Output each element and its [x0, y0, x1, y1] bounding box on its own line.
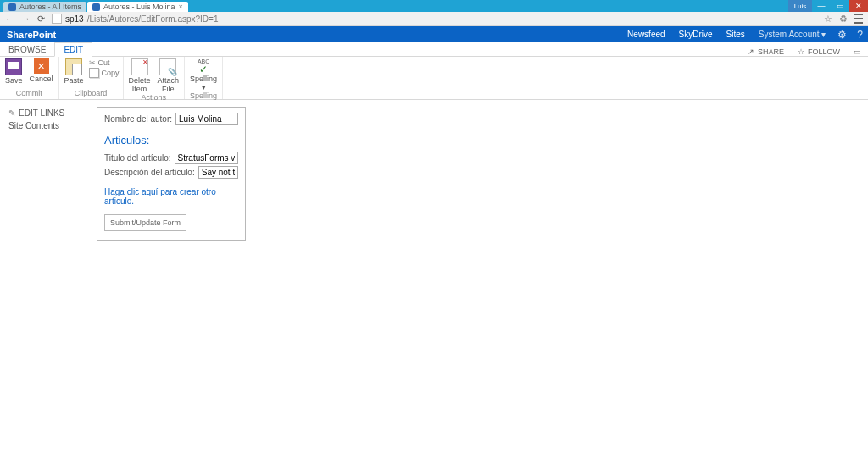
ribbon-tabs: BROWSE EDIT ↗SHARE ☆FOLLOW ▭ [0, 42, 868, 57]
paste-button[interactable]: Paste [63, 58, 86, 85]
delete-icon [131, 58, 148, 75]
brand-label[interactable]: SharePoint [0, 30, 63, 40]
tab-title: Autores - Luis Molina [103, 3, 175, 11]
nav-back-icon[interactable]: ← [5, 14, 14, 24]
group-title: Spelling [188, 91, 219, 100]
address-bar[interactable]: sp13/Lists/Autores/EditForm.aspx?ID=1 [52, 14, 817, 24]
share-icon: ↗ [748, 47, 754, 56]
account-menu[interactable]: System Account ▾ [752, 30, 832, 39]
author-name-label: Nombre del autor: [104, 114, 172, 124]
user-chip-label: Luis [794, 3, 807, 10]
article-title-label: Titulo del artículo: [104, 153, 171, 163]
ribbon-tab-edit[interactable]: EDIT [54, 42, 92, 57]
follow-label: FOLLOW [808, 47, 840, 56]
suite-link-newsfeed[interactable]: Newsfeed [620, 30, 671, 39]
cancel-icon [34, 58, 49, 74]
nav-reload-icon[interactable]: ⟳ [37, 14, 45, 25]
help-icon[interactable]: ? [852, 29, 868, 41]
copy-button[interactable]: Copy [89, 68, 120, 78]
pencil-icon: ✎ [8, 108, 15, 118]
settings-gear-icon[interactable]: ⚙ [832, 29, 852, 41]
favicon-icon [92, 3, 100, 11]
ribbon: Save Cancel Commit Paste ✂Cut Copy Clipb… [0, 57, 868, 100]
recycle-icon[interactable]: ♻ [839, 14, 848, 25]
group-title: Actions [127, 93, 181, 102]
close-tab-icon[interactable]: × [179, 3, 183, 11]
share-button[interactable]: ↗SHARE [741, 47, 791, 56]
spelling-button[interactable]: Spelling ▾ [188, 58, 219, 91]
group-title: Commit [3, 89, 55, 97]
cancel-label: Cancel [30, 75, 53, 83]
submit-update-button[interactable]: Submit/Update Form [104, 214, 186, 231]
article-title-input[interactable] [175, 152, 238, 164]
group-title: Clipboard [63, 89, 120, 97]
share-label: SHARE [758, 47, 784, 56]
window-maximize-button[interactable]: ▭ [831, 0, 849, 12]
left-nav: ✎EDIT LINKS Site Contents [8, 107, 97, 241]
attach-file-button[interactable]: Attach File [156, 58, 181, 93]
site-contents-link[interactable]: Site Contents [8, 119, 97, 132]
spelling-icon [196, 58, 211, 74]
window-close-button[interactable]: ✕ [849, 0, 868, 12]
suite-link-sites[interactable]: Sites [720, 30, 752, 39]
page-icon [52, 14, 62, 24]
nav-forward-icon: → [21, 14, 31, 24]
page-body: ✎EDIT LINKS Site Contents Nombre del aut… [0, 100, 868, 241]
copy-label: Copy [102, 69, 120, 77]
article-desc-input[interactable] [198, 166, 238, 179]
follow-button[interactable]: ☆FOLLOW [791, 47, 847, 56]
bookmark-icon[interactable]: ☆ [824, 14, 832, 25]
favicon-icon [8, 3, 16, 11]
ribbon-group-spelling: Spelling ▾ Spelling [185, 57, 223, 99]
window-buttons: Luis — ▭ ✕ [788, 0, 868, 12]
cut-button[interactable]: ✂Cut [89, 58, 120, 67]
paste-label: Paste [64, 76, 84, 85]
delete-label: Delete Item [129, 76, 151, 93]
cancel-button[interactable]: Cancel [28, 58, 55, 83]
browser-toolbar: ← → ⟳ sp13/Lists/Autores/EditForm.aspx?I… [0, 12, 868, 26]
url-host: sp13 [65, 14, 84, 24]
edit-form: Nombre del autor: Articulos: Titulo del … [97, 107, 246, 241]
copy-icon [89, 68, 99, 78]
edit-links[interactable]: ✎EDIT LINKS [8, 107, 97, 119]
add-article-link[interactable]: Haga clic aquí para crear otro articulo. [104, 187, 238, 206]
ribbon-group-commit: Save Cancel Commit [0, 57, 59, 99]
save-label: Save [5, 76, 23, 85]
suite-link-skydrive[interactable]: SkyDrive [672, 30, 720, 39]
cut-icon: ✂ [89, 58, 96, 67]
save-button[interactable]: Save [3, 58, 25, 85]
edit-links-label: EDIT LINKS [19, 108, 64, 118]
save-icon [5, 58, 22, 75]
star-icon: ☆ [798, 47, 804, 56]
attach-icon [159, 58, 176, 75]
ribbon-group-actions: Delete Item Attach File Actions [124, 57, 186, 99]
attach-label: Attach File [158, 76, 180, 93]
user-chip[interactable]: Luis [788, 0, 812, 12]
article-desc-label: Descripción del artículo: [104, 168, 195, 177]
cut-label: Cut [98, 58, 110, 67]
tab-title: Autores - All Items [19, 3, 81, 11]
spelling-label: Spelling ▾ [190, 75, 217, 91]
menu-icon[interactable] [854, 14, 863, 24]
browser-tab-inactive[interactable]: Autores - All Items [3, 2, 86, 12]
browser-tabstrip: Autores - All Items Autores - Luis Molin… [0, 0, 788, 12]
url-path: /Lists/Autores/EditForm.aspx?ID=1 [87, 14, 219, 24]
author-name-input[interactable] [175, 113, 238, 125]
suite-bar: SharePoint Newsfeed SkyDrive Sites Syste… [0, 26, 868, 42]
delete-item-button[interactable]: Delete Item [127, 58, 153, 93]
window-minimize-button[interactable]: — [812, 0, 831, 12]
focus-button[interactable]: ▭ [847, 47, 868, 56]
articles-section-title: Articulos: [104, 134, 238, 147]
window-titlebar: Autores - All Items Autores - Luis Molin… [0, 0, 868, 12]
toolbar-right: ☆ ♻ [824, 14, 863, 25]
ribbon-group-clipboard: Paste ✂Cut Copy Clipboard [59, 57, 124, 99]
browser-tab-active[interactable]: Autores - Luis Molina × [87, 2, 188, 12]
ribbon-tab-browse[interactable]: BROWSE [0, 43, 54, 56]
paste-icon [65, 58, 82, 75]
